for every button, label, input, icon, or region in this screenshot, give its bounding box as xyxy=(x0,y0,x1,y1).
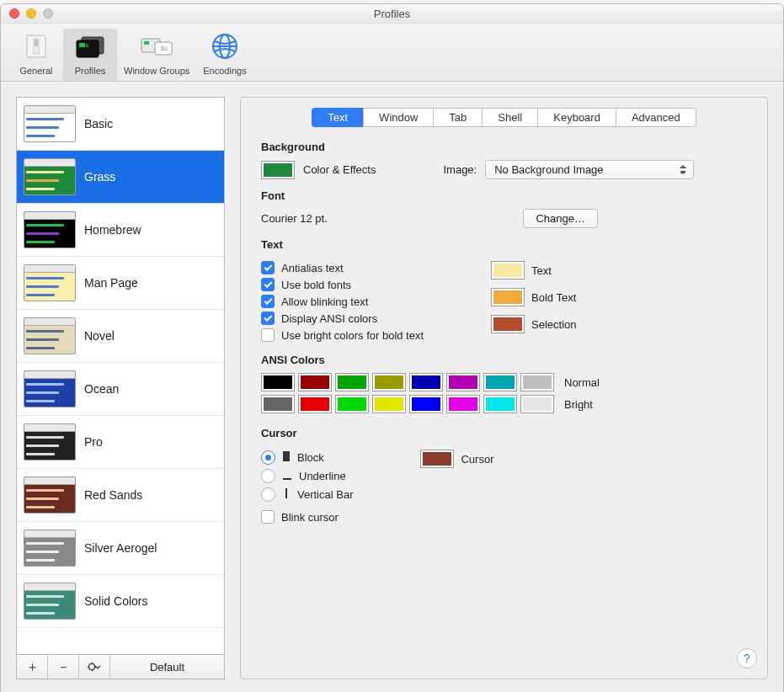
ansi-color-well[interactable] xyxy=(335,373,369,391)
tab-text[interactable]: Text xyxy=(312,108,363,127)
toolbar-profiles-label: Profiles xyxy=(70,66,110,76)
blinking-label: Allow blinking text xyxy=(281,295,368,308)
ansi-bright-row: Bright xyxy=(261,395,747,413)
background-color-well[interactable] xyxy=(261,161,295,179)
selection-color-well[interactable] xyxy=(491,315,525,333)
sidebar-footer: ＋ － Default xyxy=(16,655,225,679)
profile-actions-menu[interactable] xyxy=(79,655,110,679)
profile-name: Red Sands xyxy=(84,488,142,502)
ansi-color-well[interactable] xyxy=(483,373,517,391)
ansi-color-well[interactable] xyxy=(372,395,406,413)
general-icon xyxy=(16,29,56,64)
background-image-popup[interactable]: No Background Image xyxy=(485,160,694,179)
ansi-color-well[interactable] xyxy=(520,373,554,391)
profile-row-pro[interactable]: Pro xyxy=(17,416,224,469)
cursor-block-radio[interactable] xyxy=(261,450,275,465)
profile-thumb xyxy=(24,317,76,354)
profile-row-solidcolors[interactable]: Solid Colors xyxy=(17,575,224,628)
ansi-normal-row: Normal xyxy=(261,373,747,391)
bold-color-well[interactable] xyxy=(491,288,525,306)
content-area: Basic Grass Homebrew xyxy=(1,82,783,692)
background-heading: Background xyxy=(261,141,747,153)
cursor-color-label: Cursor xyxy=(461,453,493,466)
image-label: Image: xyxy=(443,163,477,176)
tab-advanced[interactable]: Advanced xyxy=(616,108,696,127)
ansi-row-label: Bright xyxy=(564,398,593,411)
set-default-button[interactable]: Default xyxy=(110,655,224,679)
toolbar-window-groups[interactable]: $1 Window Groups xyxy=(117,29,196,81)
bold-color-label: Bold Text xyxy=(531,291,576,304)
profile-row-ocean[interactable]: Ocean xyxy=(17,363,224,416)
minimize-window-icon[interactable] xyxy=(26,8,36,19)
svg-rect-15 xyxy=(283,451,290,461)
change-font-button[interactable]: Change… xyxy=(523,209,598,228)
profile-name: Homebrew xyxy=(84,223,141,237)
close-window-icon[interactable] xyxy=(9,8,19,19)
cursor-block-label: Block xyxy=(297,451,324,464)
profile-thumb xyxy=(24,264,76,301)
ansi-color-well[interactable] xyxy=(409,373,443,391)
profile-name: Novel xyxy=(84,329,115,343)
cursor-vbar-radio[interactable] xyxy=(261,487,275,502)
selection-color-label: Selection xyxy=(531,318,576,331)
profile-thumb xyxy=(24,370,76,407)
tab-tab[interactable]: Tab xyxy=(433,108,482,127)
toolbar-general[interactable]: General xyxy=(9,29,63,81)
svg-text:$1: $1 xyxy=(161,45,168,51)
profile-row-homebrew[interactable]: Homebrew xyxy=(17,204,224,257)
ansi-heading: ANSI Colors xyxy=(261,354,747,366)
text-color-well[interactable] xyxy=(491,261,525,279)
profile-row-grass[interactable]: Grass xyxy=(17,151,224,204)
profile-list[interactable]: Basic Grass Homebrew xyxy=(16,97,225,655)
profile-thumb xyxy=(24,423,76,460)
profile-row-manpage[interactable]: Man Page xyxy=(17,257,224,310)
preferences-toolbar: General $ Profiles $1 Window Groups Enco… xyxy=(1,24,783,82)
bright-bold-checkbox[interactable] xyxy=(261,328,275,342)
profile-thumb xyxy=(24,476,76,514)
profile-name: Ocean xyxy=(84,382,119,396)
window-controls xyxy=(1,8,53,19)
profile-thumb xyxy=(24,530,76,567)
profile-row-basic[interactable]: Basic xyxy=(17,98,224,151)
profile-name: Silver Aerogel xyxy=(84,541,157,555)
ansi-color-well[interactable] xyxy=(261,395,295,413)
ansi-color-well[interactable] xyxy=(446,373,480,391)
ansi-color-well[interactable] xyxy=(261,373,295,391)
encodings-icon xyxy=(205,29,245,64)
ansi-color-well[interactable] xyxy=(298,395,332,413)
antialias-checkbox[interactable] xyxy=(261,261,275,274)
cursor-underline-radio[interactable] xyxy=(261,469,275,483)
toolbar-profiles[interactable]: $ Profiles xyxy=(63,29,117,81)
ansi-color-well[interactable] xyxy=(483,395,517,413)
blinking-checkbox[interactable] xyxy=(261,295,275,308)
add-profile-button[interactable]: ＋ xyxy=(17,655,48,679)
preferences-window: Profiles General $ Profiles $1 Window Gr… xyxy=(0,3,784,692)
bold-fonts-checkbox[interactable] xyxy=(261,278,275,291)
ansi-color-well[interactable] xyxy=(409,395,443,413)
text-heading: Text xyxy=(261,238,747,251)
ansi-color-well[interactable] xyxy=(298,373,332,391)
tab-window[interactable]: Window xyxy=(363,108,433,127)
tab-keyboard[interactable]: Keyboard xyxy=(537,108,616,127)
profile-row-novel[interactable]: Novel xyxy=(17,310,224,363)
detail-tabs: Text Window Tab Shell Keyboard Advanced xyxy=(312,108,696,127)
profile-thumb xyxy=(24,211,76,248)
cursor-color-well[interactable] xyxy=(420,450,454,468)
ansi-checkbox[interactable] xyxy=(261,311,275,325)
toolbar-encodings[interactable]: Encodings xyxy=(196,29,253,81)
ansi-color-well[interactable] xyxy=(520,395,554,413)
ansi-color-well[interactable] xyxy=(372,373,406,391)
profiles-sidebar: Basic Grass Homebrew xyxy=(16,97,225,679)
blink-cursor-checkbox[interactable] xyxy=(261,510,275,524)
ansi-row-label: Normal xyxy=(564,376,600,389)
ansi-color-well[interactable] xyxy=(446,395,480,413)
zoom-window-icon[interactable] xyxy=(43,8,53,19)
profile-row-silver[interactable]: Silver Aerogel xyxy=(17,522,224,575)
remove-profile-button[interactable]: － xyxy=(48,655,79,679)
ansi-color-well[interactable] xyxy=(335,395,369,413)
help-button[interactable]: ? xyxy=(737,648,757,668)
tab-shell[interactable]: Shell xyxy=(482,108,537,127)
toolbar-encodings-label: Encodings xyxy=(203,66,246,76)
ansi-label: Display ANSI colors xyxy=(281,312,377,325)
profile-row-redsands[interactable]: Red Sands xyxy=(17,469,224,522)
